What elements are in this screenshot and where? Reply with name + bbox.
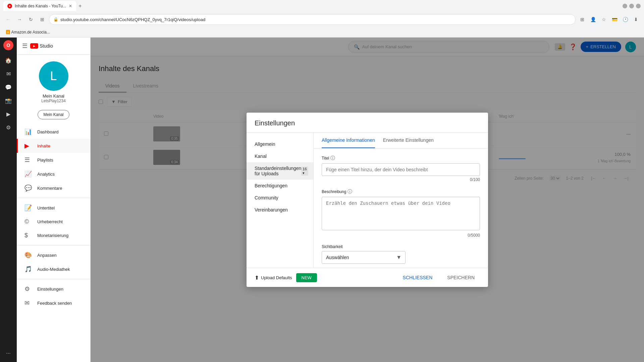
tab-label-allgemeine-info: Allgemeine Informationen [322, 137, 375, 143]
browser-toolbar: ← → ↻ ⊞ 🔒 studio.youtube.com/channel/UCo… [0, 12, 644, 27]
extensions-icon[interactable]: ⊞ [578, 15, 587, 24]
save-button[interactable]: SPEICHERN [442, 272, 480, 283]
modal-sidebar-uploads[interactable]: Standardeinstellungen für Uploads 16 ▾ [247, 162, 313, 180]
sidebar-label-inhalte: Inhalte [37, 143, 50, 148]
title-field: Titel ⓘ 0/100 [322, 155, 480, 182]
address-bar[interactable]: 🔒 studio.youtube.com/channel/UCocN6zQPHQ… [49, 14, 576, 25]
url-text: studio.youtube.com/channel/UCocN6zQPHQZ_… [60, 17, 205, 22]
close-button[interactable] [636, 4, 641, 8]
tab-favicon [7, 4, 12, 8]
wallet-icon[interactable]: 💳 [610, 15, 619, 24]
modal-header: Einstellungen [247, 113, 488, 133]
sidebar-item-untertitel[interactable]: 📝 Untertitel [17, 201, 90, 215]
sidebar-nav-bottom: ⚙ Einstellungen ✉ Feedback senden [17, 282, 90, 310]
sidebar-label-playlists: Playlists [37, 158, 53, 163]
bookmark-label: Amazon.de Associa... [11, 30, 50, 35]
sidebar-item-monetarisierung[interactable]: $ Monetarisierung [17, 229, 90, 242]
back-button[interactable]: ← [3, 15, 13, 24]
tab-close-button[interactable]: ✕ [69, 4, 72, 8]
modal-sidebar-kanal[interactable]: Kanal [247, 150, 313, 162]
visibility-select[interactable]: Auswählen Öffentlich Nicht gelistet Priv… [322, 251, 406, 264]
toolbar-actions: ⊞ 👤 ☆ 💳 🕐 ⬇ [578, 15, 641, 24]
modal-sidebar-label-berechtigungen: Berechtigungen [255, 183, 287, 188]
close-modal-button[interactable]: SCHLIESSEN [397, 272, 438, 283]
opera-more-icon[interactable]: ··· [2, 347, 14, 359]
forward-button[interactable]: → [15, 15, 24, 24]
modal-sidebar-berechtigungen[interactable]: Berechtigungen [247, 180, 313, 192]
restore-button[interactable] [629, 4, 634, 8]
visibility-field: Sichtbarkeit Auswählen Öffentlich Nicht … [322, 244, 480, 264]
opera-settings-icon[interactable]: ⚙ [2, 121, 14, 133]
sidebar-label-kommentare: Kommentare [37, 186, 62, 191]
sidebar-item-audio[interactable]: 🎵 Audio-Mediathek [17, 262, 90, 276]
tab-allgemeine-info[interactable]: Allgemeine Informationen [322, 133, 375, 148]
visibility-select-wrapper: Auswählen Öffentlich Nicht gelistet Priv… [322, 251, 406, 264]
sidebar-label-urheberrecht: Urheberrecht [37, 219, 63, 224]
sidebar-label-analytics: Analytics [37, 172, 55, 177]
tab-title: Inhalte des Kanals - YouTu... [15, 4, 66, 8]
profile-icon[interactable]: 👤 [588, 15, 598, 24]
bookmark-icon[interactable]: ☆ [599, 15, 608, 24]
upload-defaults-button[interactable]: ⬆ Upload Defaults [255, 275, 292, 281]
tab-erweiterte-einstellungen[interactable]: Erweiterte Einstellungen [383, 133, 434, 148]
browser-chrome: Inhalte des Kanals - YouTu... ✕ + ← → ↻ … [0, 0, 644, 38]
description-input[interactable] [322, 197, 480, 230]
sidebar-item-anpassen[interactable]: 🎨 Anpassen [17, 248, 90, 262]
modal-sidebar-community[interactable]: Community [247, 192, 313, 204]
modal-overlay: Einstellungen Allgemein Kanal Standardei… [91, 38, 644, 362]
sidebar-item-analytics[interactable]: 📈 Analytics [17, 167, 90, 181]
my-channel-button[interactable]: Mein Kanal [38, 110, 69, 119]
visibility-label: Sichtbarkeit [322, 244, 480, 249]
bookmark-icon: a [6, 30, 10, 34]
new-tab-button[interactable]: + [76, 2, 84, 10]
modal-sidebar-label-allgemein: Allgemein [255, 141, 275, 147]
main-content: 🔍 Auf deinem Kanal suchen 🔔 ❓ + ERSTELLE… [91, 38, 644, 362]
sidebar-item-dashboard[interactable]: 📊 Dashboard [17, 125, 90, 139]
desc-char-count: 0/5000 [322, 233, 480, 238]
home-button[interactable]: ⊞ [38, 15, 47, 24]
modal-sidebar-allgemein[interactable]: Allgemein [247, 138, 313, 150]
sidebar-item-playlists[interactable]: ☰ Playlists [17, 153, 90, 167]
opera-whatsapp-icon[interactable]: 💬 [2, 81, 14, 93]
bookmark-amazon[interactable]: a Amazon.de Associa... [3, 28, 53, 36]
desc-help-icon[interactable]: ⓘ [347, 189, 352, 195]
browser-tab[interactable]: Inhalte des Kanals - YouTu... ✕ [3, 1, 76, 11]
sidebar-item-einstellungen[interactable]: ⚙ Einstellungen [17, 282, 90, 296]
modal-sidebar-label-kanal: Kanal [255, 154, 267, 159]
modal-sidebar-label-community: Community [255, 195, 278, 200]
opera-logo[interactable]: O [3, 40, 13, 50]
hamburger-icon[interactable]: ☰ [22, 42, 28, 50]
upload-badge: 16 ▾ [301, 167, 308, 176]
yt-studio-text: Studio [40, 43, 53, 49]
sidebar-item-urheberrecht[interactable]: © Urheberrecht [17, 215, 90, 229]
reload-button[interactable]: ↻ [26, 15, 36, 24]
sidebar-item-kommentare[interactable]: 💬 Kommentare [17, 181, 90, 195]
opera-instagram-icon[interactable]: 📸 [2, 95, 14, 107]
sidebar-item-feedback[interactable]: ✉ Feedback senden [17, 296, 90, 310]
new-badge-button[interactable]: NEW [296, 273, 317, 282]
sidebar-item-inhalte[interactable]: ▶ Inhalte [17, 139, 90, 153]
yt-studio-sidebar: ☰ Studio L Mein Kanal LetsPlay1234 Mein … [17, 38, 91, 362]
browser-titlebar: Inhalte des Kanals - YouTu... ✕ + [0, 0, 644, 12]
untertitel-icon: 📝 [24, 204, 32, 212]
title-label: Titel ⓘ [322, 155, 480, 161]
opera-play-icon[interactable]: ▶ [2, 108, 14, 120]
history-icon[interactable]: 🕐 [621, 15, 630, 24]
modal-body: Allgemein Kanal Standardeinstellungen fü… [247, 133, 488, 268]
urheberrecht-icon: © [24, 218, 32, 225]
sidebar-label-dashboard: Dashboard [37, 129, 59, 134]
modal-sidebar-label-uploads: Standardeinstellungen für Uploads [255, 166, 301, 176]
modal-title: Einstellungen [255, 119, 480, 127]
minimize-button[interactable] [623, 4, 627, 8]
dashboard-icon: 📊 [24, 128, 32, 135]
modal-sidebar-vereinbarungen[interactable]: Vereinbarungen [247, 204, 313, 216]
channel-handle: LetsPlay1234 [17, 99, 90, 103]
yt-logo-icon [30, 43, 38, 49]
modal-footer: ⬆ Upload Defaults NEW SCHLIESSEN SPEICHE… [247, 268, 488, 287]
opera-home-icon[interactable]: 🏠 [2, 54, 14, 66]
title-input[interactable] [322, 163, 480, 176]
opera-mail-icon[interactable]: ✉ [2, 68, 14, 80]
audio-icon: 🎵 [24, 265, 32, 273]
title-help-icon[interactable]: ⓘ [330, 155, 335, 161]
download-icon[interactable]: ⬇ [631, 15, 641, 24]
